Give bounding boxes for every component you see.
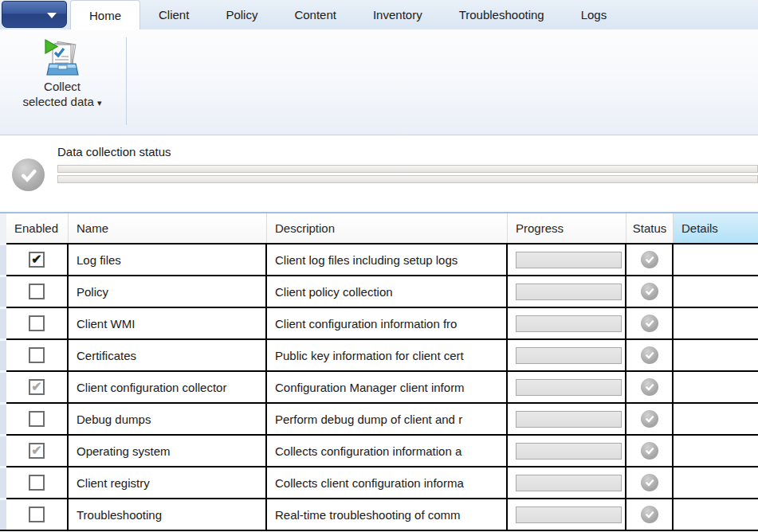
name-cell: Debug dumps — [69, 404, 267, 434]
details-cell — [674, 276, 758, 307]
row-progress-bar — [516, 475, 622, 491]
table-row[interactable]: Certificates Public key information for … — [0, 338, 758, 370]
name-cell: Operating system — [69, 436, 267, 466]
details-cell — [674, 467, 758, 498]
details-cell — [674, 436, 758, 466]
enabled-cell — [6, 276, 69, 307]
description-cell: Real-time troubleshooting of comm — [267, 499, 508, 530]
collect-data-icon — [42, 37, 82, 77]
enabled-checkbox[interactable] — [29, 315, 45, 331]
row-progress-bar — [516, 507, 622, 523]
name-cell: Policy — [69, 276, 267, 307]
description-cell: Collects configuration information a — [267, 436, 508, 466]
ribbon-group-separator — [126, 37, 127, 125]
row-header-gutter[interactable] — [0, 466, 6, 498]
row-header-gutter[interactable] — [0, 307, 6, 338]
row-status-check-icon — [641, 474, 658, 491]
details-cell — [674, 499, 758, 530]
column-header-details[interactable]: Details — [674, 213, 758, 243]
details-cell — [674, 404, 758, 434]
data-table: EnabledNameDescriptionProgressStatusDeta… — [0, 212, 758, 531]
enabled-cell: ✔ — [6, 244, 69, 275]
collect-selected-data-button[interactable]: Collect selected data ▾ — [3, 34, 121, 131]
enabled-checkbox[interactable] — [29, 347, 45, 363]
description-cell: Perform debug dump of client and r — [267, 404, 508, 434]
table-row[interactable]: Client registry Collects client configur… — [0, 466, 758, 498]
overall-progress-bar — [57, 165, 758, 173]
description-cell: Client log files including setup logs — [267, 244, 508, 275]
ribbon-content: Collect selected data ▾ — [0, 29, 758, 135]
enabled-checkbox[interactable]: ✔ — [29, 443, 45, 459]
status-cell — [626, 436, 674, 466]
status-cell — [626, 372, 674, 402]
description-cell: Configuration Manager client inform — [267, 372, 508, 402]
table-row[interactable]: Troubleshooting Real-time troubleshootin… — [0, 498, 758, 530]
progress-cell — [508, 340, 626, 370]
enabled-checkbox[interactable] — [29, 284, 45, 299]
row-status-check-icon — [641, 315, 658, 332]
row-status-check-icon — [641, 378, 658, 396]
description-cell: Collects client configuration informa — [267, 467, 508, 498]
name-cell: Client registry — [69, 467, 267, 498]
enabled-cell: ✔ — [6, 436, 69, 466]
row-status-check-icon — [641, 410, 658, 428]
enabled-cell: ✔ — [6, 372, 69, 402]
status-cell — [626, 404, 674, 434]
progress-cell — [508, 404, 626, 434]
table-row[interactable]: Client WMI Client configuration informat… — [0, 307, 758, 338]
enabled-cell — [6, 340, 69, 370]
tab-policy[interactable]: Policy — [207, 0, 276, 29]
enabled-cell — [6, 467, 69, 498]
row-header-gutter — [0, 213, 6, 243]
table-row[interactable]: ✔ Operating system Collects configuratio… — [0, 434, 758, 466]
row-progress-bar — [516, 443, 622, 460]
tab-troubleshooting[interactable]: Troubleshooting — [441, 0, 563, 29]
column-header-status[interactable]: Status — [626, 213, 674, 243]
enabled-cell — [6, 308, 69, 338]
enabled-checkbox[interactable]: ✔ — [29, 379, 45, 395]
progress-cell — [508, 372, 626, 402]
enabled-checkbox[interactable]: ✔ — [29, 252, 45, 268]
ribbon-tab-bar: HomeClientPolicyContentInventoryTroubles… — [0, 0, 758, 29]
table-row[interactable]: ✔ Client configuration collector Configu… — [0, 370, 758, 402]
status-cell — [626, 499, 674, 530]
row-header-gutter[interactable] — [0, 434, 6, 466]
enabled-checkbox[interactable] — [29, 475, 45, 491]
tab-client[interactable]: Client — [140, 0, 207, 29]
table-row[interactable]: Policy Client policy collection — [0, 275, 758, 307]
row-status-check-icon — [641, 506, 658, 523]
row-header-gutter[interactable] — [0, 498, 6, 530]
progress-cell — [508, 244, 626, 275]
column-header-description[interactable]: Description — [267, 213, 508, 243]
row-header-gutter[interactable] — [0, 402, 6, 434]
tab-logs[interactable]: Logs — [563, 0, 626, 29]
status-cell — [626, 276, 674, 307]
enabled-cell — [6, 499, 69, 530]
enabled-checkbox[interactable] — [29, 411, 45, 427]
status-cell — [626, 244, 674, 275]
row-header-gutter[interactable] — [0, 243, 6, 275]
status-check-icon — [12, 158, 45, 191]
status-cell — [626, 308, 674, 338]
row-status-check-icon — [641, 283, 658, 300]
ribbon-tabs: HomeClientPolicyContentInventoryTroubles… — [70, 0, 625, 29]
row-progress-bar — [516, 252, 622, 268]
app-menu-button[interactable] — [2, 1, 67, 28]
current-progress-bar — [57, 175, 758, 183]
tab-home[interactable]: Home — [70, 0, 140, 29]
row-header-gutter[interactable] — [0, 338, 6, 370]
details-cell — [674, 308, 758, 338]
name-cell: Client WMI — [69, 308, 267, 338]
column-header-progress[interactable]: Progress — [508, 213, 626, 243]
row-header-gutter[interactable] — [0, 275, 6, 307]
tab-inventory[interactable]: Inventory — [355, 0, 441, 29]
name-cell: Log files — [69, 244, 267, 275]
progress-cell — [508, 499, 626, 530]
column-header-name[interactable]: Name — [69, 213, 267, 243]
tab-content[interactable]: Content — [276, 0, 355, 29]
row-header-gutter[interactable] — [0, 370, 6, 402]
table-row[interactable]: Debug dumps Perform debug dump of client… — [0, 402, 758, 434]
column-header-enabled[interactable]: Enabled — [6, 213, 69, 243]
enabled-checkbox[interactable] — [29, 507, 45, 522]
table-row[interactable]: ✔ Log files Client log files including s… — [0, 243, 758, 275]
